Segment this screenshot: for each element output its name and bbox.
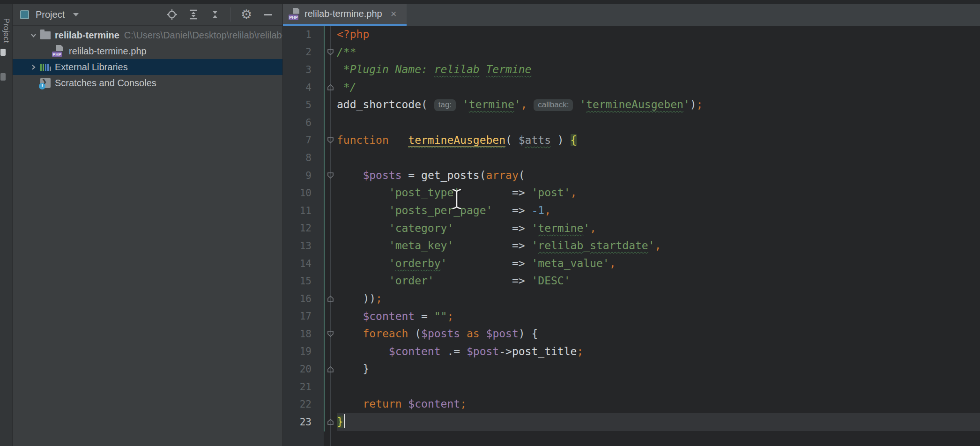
code-line-10[interactable]: 10 'post_type' => 'post', xyxy=(283,184,980,202)
line-number[interactable]: 7 xyxy=(283,134,324,146)
line-number[interactable]: 13 xyxy=(283,240,324,252)
line-number[interactable]: 15 xyxy=(283,275,324,287)
fold-marker-end-icon[interactable] xyxy=(324,84,337,91)
line-number[interactable]: 17 xyxy=(283,311,324,322)
code-line-6[interactable]: 6 xyxy=(283,114,980,132)
fold-marker-end-icon[interactable] xyxy=(324,295,337,302)
fold-marker-start-icon[interactable] xyxy=(324,330,337,337)
code-text[interactable]: /** xyxy=(337,44,980,61)
code-line-16[interactable]: 16 )); xyxy=(283,290,980,308)
code-line-12[interactable]: 12 'category' => 'termine', xyxy=(283,220,980,238)
line-number[interactable]: 9 xyxy=(283,170,324,181)
line-number[interactable]: 6 xyxy=(283,117,324,128)
project-panel-header: Project xyxy=(13,4,282,26)
line-number[interactable]: 19 xyxy=(283,346,324,357)
fold-marker-end-icon[interactable] xyxy=(324,418,337,425)
code-text[interactable]: 'order' => 'DESC' xyxy=(337,272,980,290)
locate-icon[interactable] xyxy=(166,8,178,21)
code-line-4[interactable]: 4 */ xyxy=(283,79,980,97)
code-text[interactable]: 'meta_key' => 'relilab_startdate', xyxy=(337,237,980,255)
code-line-20[interactable]: 20 } xyxy=(283,360,980,378)
fold-marker-start-icon[interactable] xyxy=(324,172,337,179)
code-line-19[interactable]: 19 $content .= $post->post_title; xyxy=(283,343,980,361)
line-number[interactable]: 1 xyxy=(283,29,324,40)
code-text[interactable]: )); xyxy=(337,290,980,308)
line-number[interactable]: 22 xyxy=(283,399,324,410)
line-number[interactable]: 16 xyxy=(283,293,324,305)
code-editor[interactable]: 1<?php2 /**3 *Plugin Name: relilab Termi… xyxy=(283,26,980,446)
panel-toolbar: ⚙ xyxy=(166,4,274,25)
code-line-21[interactable]: 21 xyxy=(283,378,980,396)
code-text[interactable]: */ xyxy=(337,79,980,97)
code-line-22[interactable]: 22 return $content; xyxy=(283,395,980,413)
line-number[interactable]: 3 xyxy=(283,64,324,75)
tree-item-relilab-termine[interactable]: relilab-termineC:\Users\Daniel\Desktop\r… xyxy=(13,27,282,43)
chevron-down-icon[interactable] xyxy=(27,32,40,39)
code-line-11[interactable]: 11 'posts_per_page' => -1, xyxy=(283,202,980,220)
code-text[interactable]: function termineAusgeben( $atts ) { xyxy=(337,132,980,149)
collapse-all-icon[interactable] xyxy=(209,8,221,21)
line-number[interactable]: 18 xyxy=(283,328,324,340)
hide-panel-icon[interactable] xyxy=(262,8,274,21)
line-number[interactable]: 2 xyxy=(283,46,324,58)
line-number[interactable]: 10 xyxy=(283,187,324,199)
stripe-tool-icon-2[interactable] xyxy=(0,73,6,81)
line-number[interactable]: 21 xyxy=(283,381,324,393)
code-text[interactable]: foreach ($posts as $post) { xyxy=(337,325,980,343)
line-number[interactable]: 14 xyxy=(283,258,324,269)
expand-all-icon[interactable] xyxy=(187,8,200,21)
line-number[interactable]: 12 xyxy=(283,223,324,234)
settings-gear-icon[interactable]: ⚙ xyxy=(240,8,252,21)
code-text[interactable]: $posts = get_posts(array( xyxy=(337,167,980,185)
tree-item-label: Scratches and Consoles xyxy=(55,78,156,89)
code-line-13[interactable]: 13 'meta_key' => 'relilab_startdate', xyxy=(283,237,980,255)
code-text[interactable]: *Plugin Name: relilab Termine xyxy=(337,61,980,79)
code-text[interactable]: 'posts_per_page' => -1, xyxy=(337,202,980,220)
code-line-1[interactable]: 1<?php xyxy=(283,26,980,44)
project-panel: Project xyxy=(13,4,282,446)
code-line-18[interactable]: 18 foreach ($posts as $post) { xyxy=(283,325,980,343)
tab-relilab-termine[interactable]: PHP relilab-termine.php × xyxy=(283,4,407,24)
code-line-5[interactable]: 5add_shortcode( tag: 'termine', callback… xyxy=(283,96,980,114)
line-number[interactable]: 11 xyxy=(283,205,324,216)
code-text[interactable]: } xyxy=(337,360,980,378)
line-number[interactable]: 5 xyxy=(283,99,324,111)
tree-item-relilab-termine-php[interactable]: PHPrelilab-termine.php xyxy=(13,43,282,59)
stripe-tool-icon[interactable] xyxy=(0,49,6,56)
code-line-8[interactable]: 8 xyxy=(283,149,980,167)
code-text[interactable]: } xyxy=(337,413,980,431)
code-text[interactable]: <?php xyxy=(337,26,980,44)
tab-label: relilab-termine.php xyxy=(304,8,382,19)
line-number[interactable]: 4 xyxy=(283,82,324,93)
code-line-9[interactable]: 9 $posts = get_posts(array( xyxy=(283,167,980,185)
code-text[interactable]: return $content; xyxy=(337,395,980,413)
fold-marker-start-icon[interactable] xyxy=(324,49,337,56)
code-line-2[interactable]: 2 /** xyxy=(283,44,980,61)
code-text[interactable]: add_shortcode( tag: 'termine', callback:… xyxy=(337,96,980,114)
fold-marker-start-icon[interactable] xyxy=(324,137,337,144)
ide-window: Project Project xyxy=(0,0,980,446)
tree-item-external-libraries[interactable]: External Libraries xyxy=(13,59,282,75)
line-number[interactable]: 20 xyxy=(283,364,324,375)
code-text[interactable]: 'post_type' => 'post', xyxy=(337,184,980,202)
line-number[interactable]: 23 xyxy=(283,416,324,428)
code-line-14[interactable]: 14 'orderby' => 'meta_value', xyxy=(283,255,980,273)
tree-item-scratches-and-consoles[interactable]: ❯Scratches and Consoles xyxy=(13,75,282,91)
stripe-project-button[interactable]: Project xyxy=(1,18,11,43)
code-line-23[interactable]: 23 } xyxy=(283,413,980,431)
code-line-3[interactable]: 3 *Plugin Name: relilab Termine xyxy=(283,61,980,79)
code-text[interactable]: $content = ""; xyxy=(337,308,980,326)
line-number[interactable]: 8 xyxy=(283,152,324,164)
code-text[interactable]: 'category' => 'termine', xyxy=(337,220,980,238)
close-icon[interactable]: × xyxy=(391,9,397,19)
chevron-right-icon[interactable] xyxy=(27,64,40,71)
chevron-down-icon[interactable] xyxy=(72,12,80,17)
code-line-7[interactable]: 7 function termineAusgeben( $atts ) { xyxy=(283,132,980,149)
code-text[interactable]: $content .= $post->post_title; xyxy=(337,343,980,361)
code-text[interactable]: 'orderby' => 'meta_value', xyxy=(337,255,980,273)
code-line-17[interactable]: 17 $content = ""; xyxy=(283,308,980,326)
fold-marker-end-icon[interactable] xyxy=(324,366,337,373)
project-panel-title[interactable]: Project xyxy=(36,9,65,20)
inlay-hint: tag: xyxy=(434,99,456,111)
code-line-15[interactable]: 15 'order' => 'DESC' xyxy=(283,272,980,290)
